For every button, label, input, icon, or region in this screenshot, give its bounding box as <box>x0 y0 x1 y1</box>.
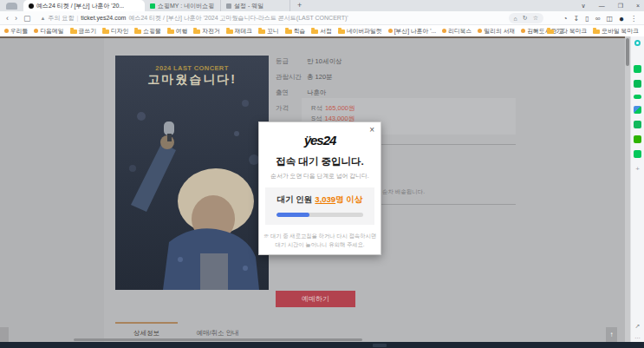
bookmark-item[interactable]: 디자인 <box>102 27 128 36</box>
bookmark-label: 자전거 <box>202 27 219 36</box>
folder-icon <box>547 30 554 34</box>
bookmark-label: 모바일 북마크 <box>602 27 639 36</box>
book-now-button[interactable]: 예매하기 <box>276 291 355 307</box>
naver-favicon <box>150 3 155 9</box>
naver-blog-icon[interactable] <box>634 106 641 114</box>
bookmarks-overflow-button[interactable]: » <box>534 28 537 34</box>
tab-strip: 예스24 티켓 / [부산] 나훈아 '20...쇼핑MY : 네이버쇼핑설정 … <box>0 0 644 11</box>
bookmark-item[interactable]: 자전거 <box>193 27 219 36</box>
naver-talk-icon[interactable] <box>634 80 641 88</box>
browser-tab[interactable]: 쇼핑MY : 네이버쇼핑 <box>145 0 221 11</box>
bookmark-item[interactable]: 재테크 <box>226 27 252 36</box>
maximize-button[interactable]: ❐ <box>618 3 623 10</box>
queue-progress-fill <box>276 213 309 217</box>
poster-subtitle: 2024 LAST CONCERT <box>115 64 269 72</box>
folder-icon <box>167 30 174 34</box>
security-warning-text: 주의 요함 <box>48 14 74 23</box>
bookmark-item[interactable]: 서점 <box>311 27 332 36</box>
add-sidebar-icon[interactable]: + <box>634 165 641 173</box>
bookmark-item[interactable]: 밀리의 서재 <box>478 27 515 36</box>
site-favicon-dot <box>478 29 482 33</box>
naver-cafe-icon[interactable] <box>634 121 641 128</box>
history-icon[interactable]: ◔ <box>563 15 568 23</box>
profile-avatar[interactable]: ● <box>619 14 624 23</box>
naver-shopping-bag-icon[interactable] <box>634 150 641 158</box>
whale-spaces-icon[interactable] <box>6 3 17 10</box>
bookmark-label: 네이버파일럿 <box>347 27 382 36</box>
bookmark-label: 밀리의 서재 <box>484 27 515 36</box>
bookmark-label: 학습 <box>294 27 306 36</box>
minimize-button[interactable]: — <box>599 3 605 9</box>
queue-count-number: 3,039 <box>315 194 335 204</box>
whale-bell-icon[interactable] <box>634 40 641 46</box>
bookmark-folder[interactable]: 모바일 북마크 <box>593 27 639 36</box>
bookmark-label: [부산] 나훈아 '... <box>394 27 437 36</box>
sidebar-toggle-icon[interactable]: ▯ <box>585 15 589 23</box>
seat-grade: R석 <box>311 104 322 112</box>
refresh-button[interactable]: ▢ <box>23 14 31 23</box>
queue-progress-bar <box>276 213 363 217</box>
extensions-icon[interactable]: ∞ <box>595 15 601 23</box>
bookmark-item[interactable]: 네이버파일럿 <box>338 27 382 36</box>
forward-button[interactable]: › <box>15 14 17 23</box>
bookmark-item[interactable]: [부산] 나훈아 '... <box>388 27 437 36</box>
info-value: 만 10세이상 <box>307 57 342 66</box>
queue-notice-line1: ※ 대기 중 새로고침을 하거나 다시 접속하시면 <box>259 232 381 240</box>
address-field[interactable]: ▲ 주의 요함 | ticket.yes24.com 예스24 티켓 / [부산… <box>41 14 348 23</box>
open-external-icon[interactable]: ↗ <box>635 323 641 330</box>
share-icon[interactable]: ⌂ <box>514 16 517 22</box>
bookmark-star-icon[interactable]: ☆ <box>533 15 538 22</box>
browser-tab[interactable]: 예스24 티켓 / [부산] 나훈아 '20... <box>23 0 145 11</box>
site-favicon-dot <box>4 29 9 33</box>
bookmark-item[interactable]: 글쓰기 <box>70 27 96 36</box>
close-button[interactable]: × <box>636 3 640 9</box>
price-line: R석165,000원 <box>311 104 516 115</box>
bookmark-item[interactable]: 학습 <box>285 27 306 36</box>
performance-info: 등급만 10세이상관람시간총 120분출연나훈아 <box>276 57 342 104</box>
menu-icon[interactable]: ⋮ <box>630 15 637 23</box>
bookmark-item[interactable]: 리디북스 <box>442 27 472 36</box>
bookmark-item[interactable]: 쇼핑몰 <box>134 27 160 36</box>
download-icon[interactable]: ↧ <box>574 15 580 23</box>
bookmark-label: 서점 <box>320 27 332 36</box>
shipping-note-fragment: 순차 배송됩니다. <box>382 188 425 196</box>
price-label: 가격 <box>276 104 289 113</box>
tab-search-icon[interactable]: ∨ <box>582 3 586 10</box>
bookmark-item[interactable]: 다음메일 <box>34 27 63 36</box>
bookmark-item[interactable]: 여행 <box>167 27 188 36</box>
yes24-logo: ÿes24 <box>259 133 381 148</box>
tab-booking-cancel-guide[interactable]: 예매/취소 안내 <box>178 322 257 338</box>
horizontal-scrollbar[interactable] <box>74 338 362 341</box>
back-button[interactable]: ‹ <box>6 14 9 23</box>
address-bar: ‹›▢ ▲ 주의 요함 | ticket.yes24.com 예스24 티켓 /… <box>0 11 644 25</box>
browser-window: 예스24 티켓 / [부산] 나훈아 '20...쇼핑MY : 네이버쇼핑설정 … <box>0 0 644 348</box>
bookmark-label: 다음메일 <box>40 27 63 36</box>
reload-icon[interactable]: ↻ <box>523 15 528 22</box>
queue-count-suffix: 명 이상 <box>335 194 362 204</box>
folder-icon <box>338 30 345 34</box>
dialog-close-icon[interactable]: × <box>369 126 374 135</box>
bookmark-item[interactable]: 우리들 <box>4 27 28 36</box>
vertical-scrollbar-thumb[interactable] <box>626 38 629 66</box>
seat-price: 165,000원 <box>325 104 355 112</box>
naver-green-icon[interactable] <box>634 65 641 73</box>
bookmark-label: 우리들 <box>10 27 28 36</box>
taskbar-button[interactable] <box>373 344 387 347</box>
bookmark-item[interactable]: 꼬니 <box>258 27 279 36</box>
browser-tab[interactable]: 설정 - 웨일 <box>221 0 290 11</box>
new-tab-button[interactable]: + <box>297 0 302 10</box>
tab-detail-info[interactable]: 상세정보 <box>115 322 178 338</box>
more-icon[interactable]: … <box>634 333 641 339</box>
security-warning-icon: ▲ <box>41 16 46 21</box>
scroll-to-top-button[interactable]: ↑ <box>606 327 617 342</box>
tab-title: 예스24 티켓 / [부산] 나훈아 '20... <box>36 2 124 10</box>
naver-tv-icon[interactable] <box>634 135 641 143</box>
sidebar-icons: + <box>631 36 644 173</box>
split-view-icon[interactable]: ◫ <box>606 15 613 23</box>
naver-memo-icon[interactable] <box>634 95 641 99</box>
info-value: 총 120분 <box>307 73 333 82</box>
whale-sidebar: + ↗… <box>630 36 644 342</box>
bookmark-folder[interactable]: 기타 북마크 <box>547 27 587 36</box>
info-row: 등급만 10세이상 <box>276 57 342 73</box>
url-page-title: 예스24 티켓 / [부산] 나훈아 '2024 고마웠습니다-라스트 콘서트(… <box>128 14 348 23</box>
